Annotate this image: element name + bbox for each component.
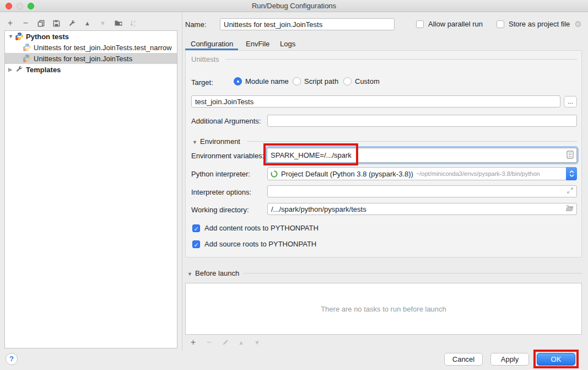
tree-item-python-tests[interactable]: ▼ Python tests [5, 31, 177, 42]
remove-configuration-icon[interactable]: − [21, 19, 30, 28]
gear-icon[interactable]: ⚙ [574, 20, 581, 28]
ok-button[interactable]: OK [537, 353, 575, 366]
environment-variables-field[interactable]: SPARK_HOME=/.../spark [267, 148, 577, 163]
env-variables-list-icon[interactable] [567, 151, 574, 160]
before-launch-collapse-icon[interactable]: ▼ [187, 271, 192, 277]
apply-button[interactable]: Apply [490, 353, 529, 366]
expand-field-icon[interactable] [567, 187, 574, 196]
configurations-tree: ▼ Python tests Unittests for test_join.J… [4, 30, 177, 348]
templates-wrench-icon [15, 65, 24, 74]
tree-item-label: Python tests [26, 33, 69, 41]
interpreter-options-input[interactable] [267, 185, 577, 197]
before-launch-toolbar: + − ▲ ▼ [188, 337, 262, 347]
add-configuration-icon[interactable]: + [6, 19, 15, 28]
section-divider [244, 273, 582, 274]
browse-target-button[interactable]: ... [564, 96, 577, 108]
add-content-roots-checkbox[interactable]: ✓ [192, 224, 200, 232]
move-down-icon[interactable]: ▼ [98, 19, 107, 28]
add-task-icon[interactable]: + [188, 337, 198, 347]
allow-parallel-run-checkbox[interactable] [416, 20, 424, 28]
title-bar: Run/Debug Configurations [0, 0, 588, 12]
radio-module-name-icon[interactable] [234, 77, 242, 85]
python-interpreter-label: Python interpreter: [191, 170, 250, 178]
environment-variables-value: SPARK_HOME=/.../spark [271, 151, 352, 159]
environment-variables-label: Environment variables: [191, 152, 264, 160]
tree-item-label: Unittests for test_join.JoinTests [34, 55, 132, 63]
conda-environment-icon [270, 170, 278, 178]
environment-variables-field-focus: SPARK_HOME=/.../spark [265, 146, 579, 164]
python-tests-icon [15, 32, 24, 41]
dropdown-stepper-icon[interactable] [566, 167, 577, 180]
allow-parallel-run-row: Allow parallel run [416, 20, 483, 28]
radio-module-name-label: Module name [245, 77, 289, 85]
sort-alphabetically-icon[interactable]: az [129, 19, 138, 28]
remove-task-icon[interactable]: − [204, 337, 214, 347]
add-source-roots-row: ✓ Add source roots to PYTHONPATH [192, 240, 316, 248]
configuration-panel: Unittests Target: Module name Script pat… [185, 50, 582, 258]
allow-parallel-run-label: Allow parallel run [428, 20, 483, 28]
store-as-project-file-label: Store as project file [509, 20, 570, 28]
svg-text:z: z [134, 23, 136, 26]
tab-logs[interactable]: Logs [280, 40, 295, 48]
radio-script-path-icon[interactable] [293, 77, 301, 85]
close-window-icon[interactable] [6, 3, 12, 9]
minimize-window-icon [17, 3, 23, 9]
before-launch-task-list[interactable]: There are no tasks to run before launch [185, 283, 582, 335]
add-source-roots-label: Add source roots to PYTHONPATH [204, 240, 316, 248]
store-as-project-file-row: Store as project file ⚙ [497, 20, 582, 28]
section-divider [247, 141, 577, 142]
radio-custom-icon[interactable] [343, 77, 352, 85]
python-interpreter-value: Project Default (Python 3.8 (pyspark-3.8… [281, 170, 413, 178]
new-folder-icon[interactable] [114, 19, 123, 28]
folder-icon[interactable] [565, 205, 574, 213]
additional-arguments-label: Additional Arguments: [191, 117, 261, 125]
radio-module-name[interactable]: Module name [234, 77, 289, 85]
python-test-config-icon [23, 43, 31, 52]
move-task-down-icon[interactable]: ▼ [252, 337, 262, 347]
copy-configuration-icon[interactable] [36, 19, 46, 28]
save-configuration-icon[interactable] [52, 19, 61, 28]
python-interpreter-dropdown[interactable]: Project Default (Python 3.8 (pyspark-3.8… [267, 167, 577, 180]
additional-arguments-input[interactable] [267, 115, 577, 127]
name-label: Name: [185, 20, 206, 29]
tab-configuration[interactable]: Configuration [191, 40, 233, 48]
working-directory-value: /.../spark/python/pyspark/tests [271, 205, 366, 213]
window-title: Run/Debug Configurations [0, 0, 588, 12]
move-up-icon[interactable]: ▲ [83, 19, 92, 28]
add-source-roots-checkbox[interactable]: ✓ [192, 240, 200, 248]
radio-custom[interactable]: Custom [343, 77, 380, 85]
name-input[interactable] [220, 18, 395, 30]
before-launch-section-title: Before launch [195, 269, 239, 277]
tree-item-label: Unittests for test_join.JoinTests.test_n… [34, 44, 172, 52]
environment-collapse-icon[interactable]: ▼ [192, 140, 197, 145]
interpreter-options-label: Interpreter options: [191, 188, 251, 196]
working-directory-input[interactable]: /.../spark/python/pyspark/tests [267, 203, 577, 215]
zoom-window-icon[interactable] [28, 3, 34, 9]
edit-templates-icon[interactable] [67, 19, 77, 28]
target-label: Target: [191, 78, 213, 87]
tree-item-label: Templates [26, 66, 61, 74]
unittests-group-title: Unittests [191, 55, 219, 63]
environment-section-title: Environment [200, 137, 240, 146]
help-button[interactable]: ? [6, 353, 18, 365]
store-as-project-file-checkbox[interactable] [497, 20, 504, 28]
radio-script-path[interactable]: Script path [293, 77, 338, 85]
tree-item-unittests-jointests[interactable]: Unittests for test_join.JoinTests [5, 53, 177, 64]
tree-item-unittests-test-narrow[interactable]: Unittests for test_join.JoinTests.test_n… [5, 42, 177, 53]
python-test-config-icon [23, 54, 31, 63]
move-task-up-icon[interactable]: ▲ [236, 337, 246, 347]
target-input[interactable] [191, 95, 560, 108]
add-content-roots-label: Add content roots to PYTHONPATH [204, 224, 319, 232]
tree-item-templates[interactable]: ▶ Templates [5, 64, 177, 75]
configurations-toolbar: + − ▲ ▼ az [6, 17, 138, 30]
tab-envfile[interactable]: EnvFile [246, 40, 269, 48]
chevron-right-icon[interactable]: ▶ [8, 67, 15, 72]
cancel-button[interactable]: Cancel [444, 353, 483, 366]
working-directory-label: Working directory: [191, 206, 249, 214]
python-interpreter-path: ~/opt/miniconda3/envs/pyspark-3.8/bin/py… [416, 170, 540, 177]
no-tasks-message: There are no tasks to run before launch [321, 305, 446, 313]
add-content-roots-row: ✓ Add content roots to PYTHONPATH [192, 224, 319, 232]
edit-task-icon[interactable] [220, 337, 230, 347]
chevron-down-icon[interactable]: ▼ [8, 34, 15, 39]
radio-script-path-label: Script path [304, 77, 338, 85]
